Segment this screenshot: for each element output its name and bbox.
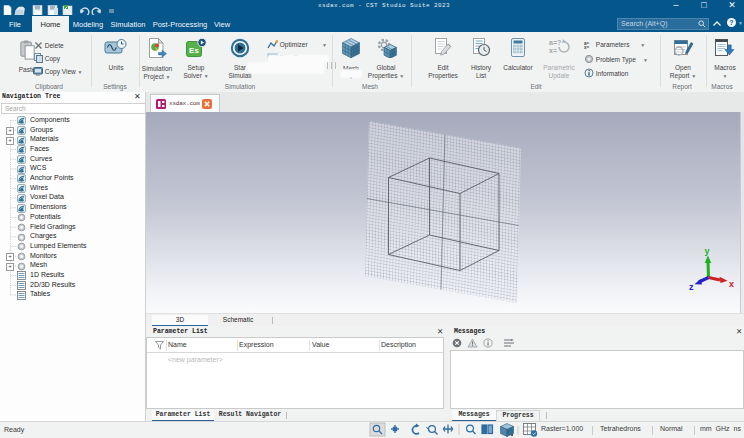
svg-text:a=?: a=? bbox=[549, 39, 561, 46]
svg-text:x=: x= bbox=[584, 45, 590, 49]
svg-text:x=: x= bbox=[549, 47, 557, 54]
svg-text:y: y bbox=[705, 246, 710, 256]
svg-text:z: z bbox=[689, 282, 694, 292]
svg-text:x: x bbox=[729, 279, 734, 289]
svg-text:Es: Es bbox=[189, 46, 199, 55]
